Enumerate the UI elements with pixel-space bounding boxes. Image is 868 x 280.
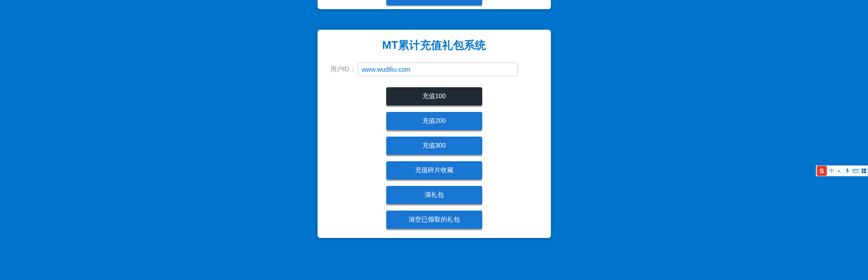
recharge-100-button[interactable]: 充值100 [386, 87, 482, 106]
ime-mic-icon[interactable] [843, 166, 852, 176]
full-gift-button[interactable]: 满礼包 [386, 186, 482, 204]
ime-logo-icon[interactable]: S [817, 166, 827, 176]
ime-toolbar[interactable]: S 中 •, [816, 165, 868, 176]
ime-grid-icon[interactable] [859, 166, 868, 176]
user-id-input[interactable] [358, 63, 518, 76]
user-id-label: 用户ID： [330, 65, 356, 74]
previous-card-peek [318, 0, 551, 9]
ime-lang-toggle[interactable]: 中 [827, 166, 836, 176]
recharge-300-button[interactable]: 充值300 [386, 137, 482, 155]
svg-rect-0 [847, 169, 848, 171]
user-id-row: 用户ID： [327, 63, 542, 76]
card-title: MT累计充值礼包系统 [327, 38, 542, 53]
clear-claimed-button[interactable]: 清空已领取的礼包 [386, 211, 482, 229]
recharge-gift-card: MT累计充值礼包系统 用户ID： 充值100 充值200 充值300 充值碎片收… [318, 30, 551, 238]
button-list: 充值100 充值200 充值300 充值碎片收藏 满礼包 清空已领取的礼包 [327, 87, 542, 229]
fragment-collect-button[interactable]: 充值碎片收藏 [386, 161, 482, 180]
ime-punct-toggle[interactable]: •, [836, 166, 844, 176]
recharge-200-button[interactable]: 充值200 [386, 112, 482, 130]
ime-keyboard-icon[interactable] [852, 166, 860, 176]
